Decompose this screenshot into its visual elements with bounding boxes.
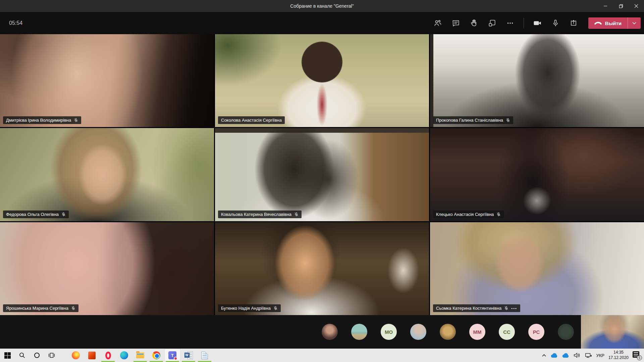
participant-name-tag: Ковальова Катерина Вячеславівна <box>218 210 302 218</box>
chat-button[interactable] <box>449 16 463 30</box>
participants-button[interactable] <box>431 16 444 30</box>
avatar[interactable] <box>440 324 456 340</box>
self-view-video[interactable] <box>581 315 644 349</box>
video-tile[interactable]: Дмитрієва Ірина Володимирівна <box>0 34 214 127</box>
avatar[interactable]: ММ <box>469 324 485 340</box>
restore-button[interactable] <box>613 0 629 12</box>
tray-clock[interactable]: 14:35 17.12.2020 <box>608 350 629 360</box>
restore-icon <box>619 4 623 8</box>
raise-hand-icon <box>470 19 478 27</box>
taskbar-teams[interactable]: T <box>164 349 180 362</box>
video-tile[interactable]: Сьомка Катерина Костянтинівна ••• <box>430 222 644 315</box>
taskbar-word[interactable]: W <box>180 349 197 362</box>
speaker-icon <box>573 352 581 358</box>
taskbar-file-explorer[interactable] <box>132 349 148 362</box>
meeting-timer: 05:54 <box>9 12 22 34</box>
taskbar-office[interactable] <box>84 349 100 362</box>
avatar[interactable]: МО <box>381 324 397 340</box>
video-tile[interactable]: Клецько Анастасія Сергіївна <box>430 128 644 221</box>
more-options-button[interactable] <box>503 16 517 30</box>
leave-call-split-button: Выйти <box>588 17 641 29</box>
minimize-button[interactable] <box>598 0 613 12</box>
leave-options-button[interactable] <box>628 17 641 29</box>
tile-more-options[interactable]: ••• <box>511 306 517 310</box>
system-tray: УКР 14:35 17.12.2020 5 <box>542 349 641 362</box>
edge-icon <box>120 351 128 359</box>
video-tile[interactable]: Прокопова Галина Станіславівна <box>430 34 644 127</box>
mic-toggle-button[interactable] <box>549 16 562 30</box>
tray-time: 14:35 <box>608 350 629 355</box>
participant-name-tag: Соколова Анастасія Сергіївна <box>218 116 285 124</box>
video-tile[interactable]: Соколова Анастасія Сергіївна <box>215 34 429 127</box>
avatar-initials: ММ <box>473 329 482 335</box>
close-button[interactable] <box>629 0 644 12</box>
avatar[interactable] <box>410 324 426 340</box>
cortana-button[interactable] <box>30 349 44 362</box>
title-bar: Собрание в канале "General" <box>0 0 644 12</box>
chevron-down-icon <box>632 22 636 24</box>
toolbar-divider <box>524 18 524 28</box>
avatar-initials: СС <box>503 329 511 335</box>
action-center-button[interactable]: 5 <box>633 351 641 359</box>
word-icon-letter: W <box>185 353 188 357</box>
taskbar-opera[interactable] <box>100 349 116 362</box>
onedrive-business[interactable] <box>562 353 569 358</box>
leave-call-button[interactable]: Выйти <box>588 17 628 29</box>
mic-off-icon <box>71 306 75 310</box>
word-icon: W <box>184 351 193 359</box>
participant-name: Сьомка Катерина Костянтинівна <box>436 306 501 311</box>
teams-icon-letter: T <box>171 353 174 358</box>
chat-icon <box>451 19 460 27</box>
avatar[interactable] <box>351 324 367 340</box>
tray-expand-button[interactable] <box>542 354 546 357</box>
video-tile[interactable]: Ковальова Катерина Вячеславівна <box>215 128 429 221</box>
mic-off-icon <box>294 212 299 217</box>
participant-name-tag: Федорова Ольга Олегівна <box>3 210 69 218</box>
participant-name: Ковальова Катерина Вячеславівна <box>221 212 291 217</box>
share-screen-button[interactable] <box>567 16 580 30</box>
raise-hand-button[interactable] <box>467 16 481 30</box>
participant-name-tag: Прокопова Галина Станіславівна <box>433 116 513 124</box>
taskbar-notepad[interactable] <box>197 349 213 362</box>
participant-name-tag: Дмитрієва Ірина Володимирівна <box>3 116 81 124</box>
task-view-button[interactable] <box>44 349 59 362</box>
opera-icon <box>105 352 111 359</box>
taskbar-firefox[interactable] <box>68 349 84 362</box>
window-controls <box>598 0 644 12</box>
participant-name-tag: Бутенко Надія Андріївна <box>218 304 281 312</box>
firefox-icon <box>72 351 80 359</box>
mic-off-icon <box>273 306 278 310</box>
video-tile[interactable]: Ярошинська Марина Сергіївна <box>0 222 214 315</box>
participant-name-tag: Сьомка Катерина Костянтинівна ••• <box>433 304 520 312</box>
onedrive-personal[interactable] <box>550 353 558 358</box>
avatar-row: МО ММ СС РС <box>322 315 574 349</box>
language-indicator[interactable]: УКР <box>596 353 604 358</box>
search-button[interactable] <box>15 349 30 362</box>
volume-button[interactable] <box>573 352 581 358</box>
avatar[interactable] <box>322 324 338 340</box>
breakout-rooms-button[interactable] <box>485 16 499 30</box>
video-tile[interactable]: Бутенко Надія Андріївна <box>215 222 429 315</box>
cortana-icon <box>34 353 40 358</box>
participants-icon <box>433 19 442 27</box>
start-button[interactable] <box>0 349 15 362</box>
avatar[interactable] <box>558 324 574 340</box>
file-explorer-icon <box>136 352 144 358</box>
notification-badge: 5 <box>637 355 642 360</box>
window-title: Собрание в канале "General" <box>0 0 644 12</box>
breakout-rooms-icon <box>488 19 496 27</box>
network-button[interactable] <box>585 352 592 358</box>
avatar[interactable]: РС <box>528 324 544 340</box>
avatar-initials: МО <box>385 329 393 335</box>
participant-name: Прокопова Галина Станіславівна <box>436 118 503 123</box>
chrome-icon <box>152 351 160 359</box>
teams-icon: T <box>168 351 176 359</box>
taskbar-chrome[interactable] <box>148 349 164 362</box>
teams-meeting-window: Собрание в канале "General" 05:54 <box>0 0 644 362</box>
video-tile[interactable]: Федорова Ольга Олегівна <box>0 128 214 221</box>
taskbar-edge[interactable] <box>116 349 132 362</box>
avatar[interactable]: СС <box>499 324 515 340</box>
participant-name: Федорова Ольга Олегівна <box>6 212 59 217</box>
camera-toggle-button[interactable] <box>531 16 544 30</box>
participant-name: Ярошинська Марина Сергіївна <box>6 306 68 311</box>
